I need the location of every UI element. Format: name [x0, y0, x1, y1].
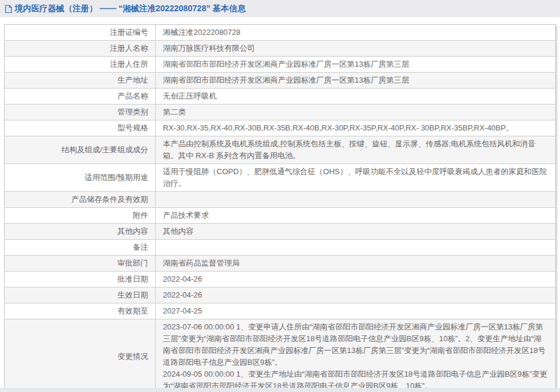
row-value: 2022-04-26: [156, 272, 556, 288]
table-row: 型号规格RX-30,RX-35,RX-40,RX-30B,RX-35B,RX-4…: [5, 120, 556, 136]
table-row: 附件产品技术要求: [5, 208, 556, 224]
row-value: 湖南省邵阳市邵阳经济开发区湘商产业园标准厂房一区第13栋厂房第三层: [156, 57, 556, 73]
table-row: 审批部门湖南省药品监督管理局: [5, 256, 556, 272]
row-label: 生效日期: [5, 288, 156, 303]
row-value: 适用于慢阻肺（COPD）、肥胖低通气综合征（OHS）、呼吸功能不全以及轻中度呼吸…: [156, 164, 556, 192]
row-value: [156, 240, 556, 256]
row-label: 有效期至: [5, 303, 156, 319]
row-value: 2027-04-25: [156, 303, 556, 319]
row-value: 湖南省药品监督管理局: [156, 256, 556, 272]
table-row: 注册人住所湖南省邵阳市邵阳经济开发区湘商产业园标准厂房一区第13栋厂房第三层: [5, 57, 556, 73]
row-label: 产品储存条件及有效期: [5, 192, 156, 208]
row-label: 注册证编号: [5, 25, 156, 41]
registration-info-table: 注册证编号湘械注准20222080728注册人名称湖南万脉医疗科技有限公司注册人…: [4, 24, 556, 392]
page-title-text: 境内医疗器械（注册） —— “湘械注准20222080728” 基本信息: [15, 4, 245, 14]
table-row: 其他内容其他内容: [5, 224, 556, 240]
row-label: 备注: [5, 240, 156, 256]
table-row: 注册人名称湖南万脉医疗科技有限公司: [5, 41, 556, 57]
row-value: 第二类: [156, 104, 556, 120]
row-label: 附件: [5, 208, 156, 224]
row-value: [156, 192, 556, 208]
info-table-body: 注册证编号湘械注准20222080728注册人名称湖南万脉医疗科技有限公司注册人…: [5, 25, 556, 392]
table-row: 产品名称无创正压呼吸机: [5, 89, 556, 104]
row-label: 注册人名称: [5, 41, 156, 57]
table-row: 生效日期2022-04-26: [5, 288, 556, 303]
row-value: 产品技术要求: [156, 208, 556, 224]
footer-band: [0, 388, 560, 392]
row-value: 湖南万脉医疗科技有限公司: [156, 41, 556, 57]
row-value: 湘械注准20222080728: [156, 25, 556, 41]
row-value: 本产品由控制系统及电机系统组成,控制系统包括主板、按键、旋钮、显示屏、传感器;电…: [156, 136, 556, 164]
row-value: RX-30,RX-35,RX-40,RX-30B,RX-35B,RX-40B,R…: [156, 120, 556, 136]
table-row: 结构及组成/主要组成成分本产品由控制系统及电机系统组成,控制系统包括主板、按键、…: [5, 136, 556, 164]
row-label: 产品名称: [5, 89, 156, 104]
table-row: 变更情况2023-07-06 00:00:00 1、变更申请人住所由“湖南省邵阳…: [5, 319, 556, 392]
table-row: 备注: [5, 240, 556, 256]
row-value: 2022-04-26: [156, 288, 556, 303]
row-label: 审批部门: [5, 256, 156, 272]
row-label: 变更情况: [5, 319, 156, 392]
row-value: 湖南省邵阳市邵阳经济开发区湘商产业园标准厂房一区第13栋厂房第三层: [156, 73, 556, 89]
row-label: 适用范围/预期用途: [5, 164, 156, 192]
row-label: 其他内容: [5, 224, 156, 240]
document-icon: [5, 5, 12, 14]
row-label: 注册人住所: [5, 57, 156, 73]
row-label: 批准日期: [5, 272, 156, 288]
table-row: 管理类别第二类: [5, 104, 556, 120]
table-row: 适用范围/预期用途适用于慢阻肺（COPD）、肥胖低通气综合征（OHS）、呼吸功能…: [5, 164, 556, 192]
row-label: 结构及组成/主要组成成分: [5, 136, 156, 164]
header-band: 境内医疗器械（注册） —— “湘械注准20222080728” 基本信息: [0, 0, 560, 17]
row-value: 无创正压呼吸机: [156, 89, 556, 104]
table-row: 有效期至2027-04-25: [5, 303, 556, 319]
page-title: 境内医疗器械（注册） —— “湘械注准20222080728” 基本信息: [5, 4, 245, 14]
row-label: 管理类别: [5, 104, 156, 120]
table-row: 生产地址湖南省邵阳市邵阳经济开发区湘商产业园标准厂房一区第13栋厂房第三层: [5, 73, 556, 89]
row-label: 生产地址: [5, 73, 156, 89]
table-row: 批准日期2022-04-26: [5, 272, 556, 288]
row-value: 2023-07-06 00:00:00 1、变更申请人住所由“湖南省邵阳市邵阳经…: [156, 319, 556, 392]
row-label: 型号规格: [5, 120, 156, 136]
change-record-paragraph: 2023-07-06 00:00:00 1、变更申请人住所由“湖南省邵阳市邵阳经…: [163, 321, 548, 368]
table-row: 产品储存条件及有效期: [5, 192, 556, 208]
table-row: 注册证编号湘械注准20222080728: [5, 25, 556, 41]
row-value: 其他内容: [156, 224, 556, 240]
